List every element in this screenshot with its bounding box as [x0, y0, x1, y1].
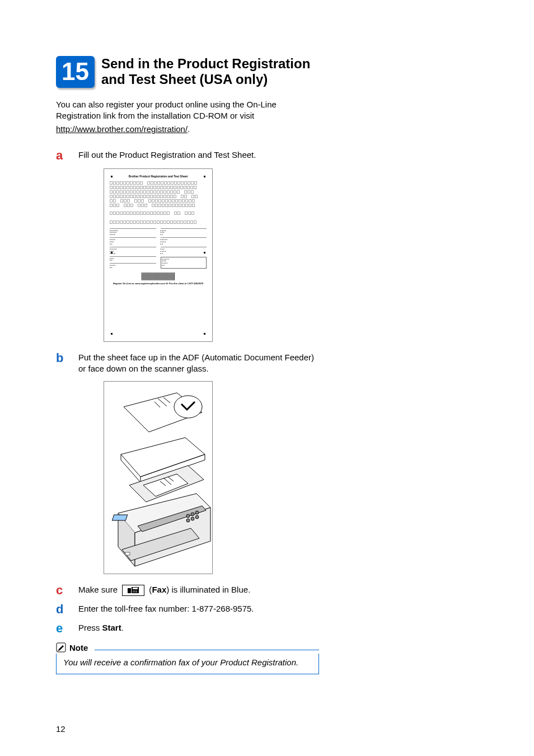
- substep-c-prefix: Make sure: [78, 585, 120, 594]
- substep-c-mid: (: [147, 585, 152, 594]
- svg-rect-1: [112, 515, 127, 520]
- svg-point-0: [174, 396, 202, 418]
- substep-b: b Put the sheet face up in the ADF (Auto…: [56, 352, 319, 375]
- substep-c: c Make sure (Fax) is illuminated in Blue…: [56, 584, 319, 597]
- substep-letter-c: c: [56, 584, 78, 597]
- substep-e-prefix: Press: [78, 623, 102, 632]
- note-body: You will receive a confirmation fax of y…: [56, 654, 319, 674]
- pencil-note-icon: [56, 642, 66, 652]
- svg-point-6: [191, 517, 194, 520]
- step-title: Send in the Product Registration and Tes…: [101, 56, 319, 87]
- note-header: Note: [56, 642, 319, 652]
- intro-paragraph: You can also register your product onlin…: [56, 99, 319, 122]
- svg-rect-8: [125, 552, 130, 555]
- fax-icon: [127, 586, 139, 594]
- substep-a-text: Fill out the Product Registration and Te…: [78, 149, 319, 161]
- svg-point-17: [136, 591, 137, 593]
- svg-point-13: [134, 590, 135, 591]
- page-body: 15 Send in the Product Registration and …: [56, 56, 319, 674]
- substep-e: e Press Start.: [56, 622, 319, 635]
- substep-e-bold: Start: [102, 623, 121, 632]
- substep-b-text: Put the sheet face up in the ADF (Automa…: [78, 352, 319, 375]
- registration-link[interactable]: http://www.brother.com/registration/: [56, 124, 188, 134]
- svg-point-3: [191, 513, 194, 516]
- intro-period: .: [188, 124, 190, 134]
- svg-point-5: [186, 519, 190, 522]
- substep-letter-b: b: [56, 352, 78, 364]
- substep-a: a Fill out the Product Registration and …: [56, 149, 319, 162]
- scanner-graphic: [104, 381, 213, 574]
- substep-c-text: Make sure (Fax) is illuminated in Blue.: [78, 584, 319, 596]
- note-divider: [95, 650, 319, 650]
- svg-point-16: [134, 591, 135, 593]
- substep-d-text: Enter the toll-free fax number: 1-877-26…: [78, 603, 319, 614]
- substep-c-suffix: ) is illuminated in Blue.: [166, 585, 250, 594]
- substeps: a Fill out the Product Registration and …: [56, 149, 319, 635]
- fax-button-graphic: [122, 585, 144, 596]
- substep-letter-e: e: [56, 622, 78, 635]
- svg-point-15: [133, 591, 134, 593]
- substep-letter-a: a: [56, 149, 78, 162]
- svg-rect-9: [128, 588, 131, 593]
- substep-e-text: Press Start.: [78, 622, 319, 633]
- registration-sheet-graphic: Brother Product Registration and Test Sh…: [104, 168, 213, 342]
- svg-point-2: [186, 514, 190, 518]
- svg-point-7: [195, 515, 199, 519]
- step-number-badge: 15: [56, 56, 95, 88]
- substep-c-bold: Fax: [152, 585, 166, 594]
- substep-e-suffix: .: [121, 623, 124, 632]
- barcode-graphic: [142, 273, 175, 280]
- step-header: 15 Send in the Product Registration and …: [56, 56, 319, 88]
- intro-text: You can also register your product onlin…: [56, 100, 277, 120]
- svg-point-4: [195, 511, 199, 514]
- substep-letter-d: d: [56, 603, 78, 616]
- note-box: Note You will receive a confirmation fax…: [56, 642, 319, 674]
- svg-point-14: [136, 590, 137, 591]
- page-number: 12: [56, 724, 65, 734]
- figure-scanner: [104, 381, 319, 574]
- note-title: Note: [69, 643, 88, 652]
- substep-d: d Enter the toll-free fax number: 1-877-…: [56, 603, 319, 616]
- svg-point-12: [133, 590, 134, 591]
- reg-sheet-footer: Register On-Line at: www.registermybroth…: [110, 282, 207, 285]
- svg-rect-11: [133, 588, 138, 589]
- figure-registration-sheet: Brother Product Registration and Test Sh…: [104, 168, 319, 342]
- intro-link-line: http://www.brother.com/registration/.: [56, 124, 319, 135]
- reg-sheet-title: Brother Product Registration and Test Sh…: [110, 175, 207, 178]
